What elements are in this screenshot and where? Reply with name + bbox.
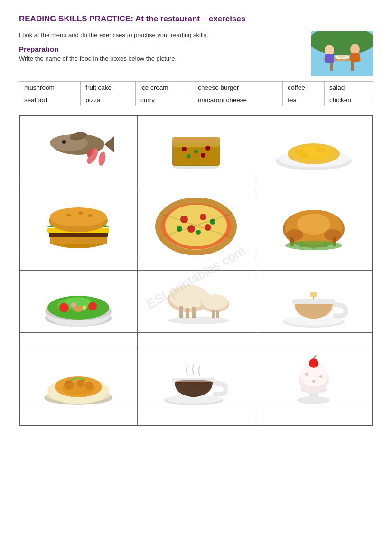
answer-box-mushroom[interactable]	[138, 332, 255, 348]
answer-box-coffee[interactable]	[138, 410, 255, 425]
svg-point-54	[196, 230, 201, 235]
svg-point-17	[98, 151, 107, 166]
word-bank-item: mushroom	[19, 82, 81, 94]
food-cell	[255, 115, 373, 193]
word-bank-item: chicken	[325, 94, 373, 106]
food-image-coffee	[138, 348, 255, 410]
answer-box-fruit-cake[interactable]	[138, 178, 255, 193]
svg-point-61	[286, 229, 303, 241]
svg-point-90	[168, 317, 229, 324]
page-title: READING SKILLS PRACTICE: At the restaura…	[19, 14, 373, 24]
svg-rect-85	[192, 307, 196, 318]
preparation-title: Preparation	[19, 45, 302, 53]
svg-point-50	[200, 214, 206, 220]
svg-point-49	[180, 216, 188, 223]
svg-point-42	[50, 207, 107, 226]
svg-rect-8	[350, 53, 360, 62]
svg-point-43	[66, 214, 71, 216]
svg-point-44	[78, 212, 83, 215]
word-bank-item: fruit cake	[81, 82, 136, 94]
svg-line-114	[314, 355, 316, 358]
answer-box-pizza[interactable]	[138, 255, 255, 270]
svg-point-25	[187, 154, 191, 158]
svg-point-10	[337, 55, 347, 58]
word-bank-item: coffee	[283, 82, 325, 94]
svg-rect-93	[292, 299, 335, 304]
food-cell	[19, 115, 137, 193]
food-cell	[19, 348, 137, 426]
svg-rect-84	[186, 308, 189, 318]
svg-point-77	[88, 302, 97, 310]
food-cell	[255, 348, 373, 426]
answer-box-seafood[interactable]	[20, 178, 137, 193]
food-image-tea	[255, 271, 373, 332]
svg-rect-88	[212, 310, 215, 318]
word-bank-item: tea	[283, 94, 325, 106]
svg-point-45	[88, 214, 93, 217]
svg-point-26	[201, 153, 205, 158]
answer-box-ice-cream[interactable]	[255, 410, 373, 425]
restaurant-photo	[311, 31, 373, 76]
food-image-ice-cream	[255, 348, 373, 410]
food-image-chicken	[255, 193, 373, 255]
svg-point-115	[305, 373, 308, 376]
svg-point-103	[62, 382, 95, 395]
svg-rect-6	[325, 54, 334, 63]
svg-rect-83	[179, 306, 183, 318]
word-bank-item: salad	[325, 82, 373, 94]
word-bank-item: cheese burger	[193, 82, 283, 94]
svg-point-87	[202, 294, 228, 310]
food-cell	[255, 193, 373, 271]
svg-point-14	[62, 140, 66, 144]
food-image-cheese-burger	[20, 193, 137, 255]
svg-marker-12	[104, 136, 114, 152]
word-bank-item: macaroni cheese	[193, 94, 283, 106]
preparation-instruction: Write the name of the food in the boxes …	[19, 55, 302, 62]
answer-box-tea[interactable]	[255, 332, 373, 348]
food-image-macaroni-cheese	[255, 116, 373, 178]
svg-point-107	[176, 380, 212, 385]
answer-box-cheese-burger[interactable]	[20, 255, 137, 270]
food-cell	[137, 115, 255, 193]
food-image-fruit-cake	[138, 116, 255, 178]
svg-point-65	[297, 214, 330, 235]
svg-point-24	[205, 146, 210, 151]
food-image-seafood	[20, 116, 137, 178]
food-cell	[19, 193, 137, 271]
svg-point-113	[309, 358, 318, 368]
svg-point-67	[299, 242, 305, 247]
svg-point-80	[83, 306, 86, 310]
instruction-text: Look at the menu and do the exercises to…	[19, 31, 302, 38]
svg-point-76	[59, 303, 69, 312]
svg-rect-21	[172, 137, 220, 143]
word-bank-item: curry	[135, 94, 193, 106]
svg-point-117	[312, 380, 315, 383]
food-cell	[255, 271, 373, 348]
food-grid	[19, 115, 373, 426]
word-bank-table: mushroomfruit cakeice creamcheese burger…	[19, 81, 373, 106]
food-image-mushroom	[138, 271, 255, 332]
word-bank-item: seafood	[19, 94, 81, 106]
food-cell	[137, 348, 255, 426]
answer-box-chicken[interactable]	[255, 255, 373, 270]
answer-box-curry[interactable]	[20, 410, 137, 425]
svg-point-116	[319, 375, 322, 378]
svg-rect-89	[216, 310, 219, 318]
svg-rect-4	[351, 61, 354, 71]
svg-point-27	[172, 165, 220, 169]
food-cell	[19, 271, 137, 348]
answer-box-salad[interactable]	[20, 332, 137, 348]
svg-point-1	[311, 31, 373, 55]
answer-box-macaroni-cheese[interactable]	[255, 178, 373, 193]
svg-rect-95	[310, 292, 317, 297]
food-image-pizza	[138, 193, 255, 255]
svg-point-68	[311, 244, 316, 249]
food-image-salad	[20, 271, 137, 332]
word-bank-item: pizza	[81, 94, 136, 106]
svg-point-69	[323, 242, 328, 247]
svg-point-23	[194, 150, 198, 153]
food-cell	[137, 271, 255, 348]
food-cell	[137, 193, 255, 271]
food-image-curry	[20, 348, 137, 410]
word-bank-item: ice cream	[135, 82, 193, 94]
